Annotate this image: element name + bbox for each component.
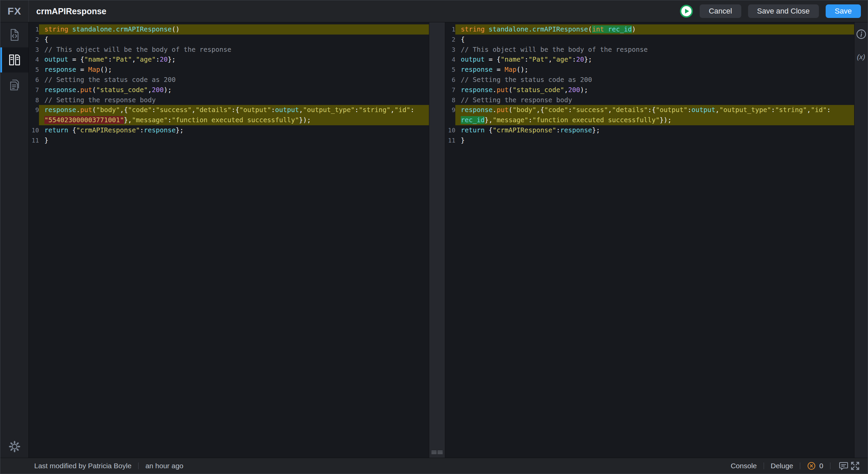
line-number: 10 xyxy=(445,125,455,135)
line-number: 1 xyxy=(29,24,39,35)
save-and-close-button[interactable]: Save and Close xyxy=(748,4,819,18)
console-toggle[interactable]: Console xyxy=(731,462,757,470)
line-number: 2 xyxy=(29,35,39,45)
line-number: 10 xyxy=(29,125,39,135)
code-text: { xyxy=(39,35,429,45)
code-text: output = {"name":"Pat","age":20}; xyxy=(39,55,429,65)
code-line[interactable]: 4output = {"name":"Pat","age":20}; xyxy=(445,55,854,65)
line-number: 8 xyxy=(29,95,39,105)
code-text: response.put("status_code",200); xyxy=(455,85,854,95)
code-line[interactable]: 6// Setting the status code as 200 xyxy=(29,75,429,85)
code-line[interactable]: 9response.put("body",{"code":"success","… xyxy=(445,105,854,115)
sidebar-item-diff-view[interactable] xyxy=(0,47,28,72)
code-text: return {"crmAPIResponse":response}; xyxy=(39,125,429,135)
function-editor-window: FX crmAPIResponse Cancel Save and Close … xyxy=(0,0,868,474)
code-line[interactable]: 1string standalone.crmAPIResponse() xyxy=(29,24,429,35)
status-bar: Last modified by Patricia Boyle an hour … xyxy=(0,458,868,474)
comments-button[interactable] xyxy=(839,461,849,471)
code-line[interactable]: 9response.put("body",{"code":"success","… xyxy=(29,105,429,115)
code-line[interactable]: 10return {"crmAPIResponse":response}; xyxy=(445,125,854,135)
diff-view-icon xyxy=(8,53,21,66)
code-line[interactable]: 5response = Map(); xyxy=(29,65,429,75)
code-text: { xyxy=(455,35,854,45)
code-line[interactable]: "554023000003771001"},"message":"functio… xyxy=(29,115,429,125)
topbar-actions: Cancel Save and Close Save xyxy=(680,4,868,18)
code-line[interactable]: 10return {"crmAPIResponse":response}; xyxy=(29,125,429,135)
code-text: // Setting the response body xyxy=(455,95,854,105)
code-line[interactable]: 3// This object will be the body of the … xyxy=(29,45,429,55)
error-count-badge[interactable]: 0 xyxy=(807,461,823,470)
sidebar-spacer xyxy=(0,98,28,435)
sidebar-item-settings[interactable] xyxy=(0,435,28,458)
info-circle-icon[interactable] xyxy=(855,28,867,40)
code-line[interactable]: 8// Setting the response body xyxy=(29,95,429,105)
line-number: 5 xyxy=(29,65,39,75)
code-line[interactable]: 3// This object will be the body of the … xyxy=(445,45,854,55)
line-number xyxy=(445,115,455,125)
sidebar-item-code-view[interactable] xyxy=(0,22,28,47)
code-text: // Setting the status code as 200 xyxy=(39,75,429,85)
code-line[interactable]: 2{ xyxy=(29,35,429,45)
settings-gear-icon xyxy=(8,440,21,453)
code-line[interactable]: 8// Setting the response body xyxy=(445,95,854,105)
modified-ago-text: an hour ago xyxy=(145,462,183,470)
code-panel-left[interactable]: 1string standalone.crmAPIResponse()2{3//… xyxy=(29,22,429,458)
cancel-button[interactable]: Cancel xyxy=(700,4,741,18)
top-bar: FX crmAPIResponse Cancel Save and Close … xyxy=(0,0,868,22)
last-modified-text: Last modified by Patricia Boyle xyxy=(34,462,131,470)
statusbar-divider xyxy=(764,462,764,469)
line-number: 7 xyxy=(29,85,39,95)
code-line[interactable]: 7response.put("status_code",200); xyxy=(445,85,854,95)
code-text: return {"crmAPIResponse":response}; xyxy=(455,125,854,135)
statusbar-divider xyxy=(800,462,800,469)
line-number: 1 xyxy=(445,24,455,35)
main-area: 1string standalone.crmAPIResponse()2{3//… xyxy=(0,22,868,458)
language-label[interactable]: Deluge xyxy=(771,462,793,470)
code-text: rec_id},"message":"function executed suc… xyxy=(455,115,854,125)
fullscreen-button[interactable] xyxy=(850,461,860,471)
line-number: 3 xyxy=(445,45,455,55)
line-number: 9 xyxy=(29,105,39,115)
code-line[interactable]: 2{ xyxy=(445,35,854,45)
line-number: 4 xyxy=(445,55,455,65)
app-logo: FX xyxy=(0,0,29,22)
code-text: string standalone.crmAPIResponse(int rec… xyxy=(455,24,854,35)
statusbar-right: Console Deluge 0 xyxy=(731,461,860,471)
right-rail: (x) xyxy=(854,22,868,458)
code-line[interactable]: 11} xyxy=(29,135,429,146)
code-line[interactable]: 6// Setting the status code as 200 xyxy=(445,75,854,85)
line-number: 8 xyxy=(445,95,455,105)
code-line[interactable]: 11} xyxy=(445,135,854,146)
line-number: 5 xyxy=(445,65,455,75)
code-text: response.put("body",{"code":"success","d… xyxy=(455,105,854,115)
code-text: // Setting the response body xyxy=(39,95,429,105)
statusbar-divider xyxy=(830,462,830,469)
sidebar-item-script-list[interactable] xyxy=(0,72,28,98)
save-button[interactable]: Save xyxy=(826,4,861,18)
code-line[interactable]: 5response = Map(); xyxy=(445,65,854,75)
line-number: 6 xyxy=(445,75,455,85)
left-sidebar xyxy=(0,22,29,458)
arguments-icon[interactable]: (x) xyxy=(857,53,865,61)
line-number: 4 xyxy=(29,55,39,65)
code-text: } xyxy=(455,135,854,146)
code-line[interactable]: 1string standalone.crmAPIResponse(int re… xyxy=(445,24,854,35)
code-line[interactable]: 4output = {"name":"Pat","age":20}; xyxy=(29,55,429,65)
run-button[interactable] xyxy=(680,5,693,18)
line-number: 3 xyxy=(29,45,39,55)
line-number: 6 xyxy=(29,75,39,85)
code-text: response.put("status_code",200); xyxy=(39,85,429,95)
code-line[interactable]: rec_id},"message":"function executed suc… xyxy=(445,115,854,125)
line-number: 9 xyxy=(445,105,455,115)
divider-resize-handle[interactable] xyxy=(432,451,443,454)
code-line[interactable]: 7response.put("status_code",200); xyxy=(29,85,429,95)
script-list-icon xyxy=(8,79,21,91)
code-text: // This object will be the body of the r… xyxy=(39,45,429,55)
code-file-icon xyxy=(8,28,21,41)
line-number: 11 xyxy=(445,135,455,146)
code-panel-right[interactable]: 1string standalone.crmAPIResponse(int re… xyxy=(445,22,854,458)
function-title: crmAPIResponse xyxy=(36,6,106,16)
code-text: "554023000003771001"},"message":"functio… xyxy=(39,115,429,125)
code-text: response.put("body",{"code":"success","d… xyxy=(39,105,429,115)
code-text: response = Map(); xyxy=(39,65,429,75)
